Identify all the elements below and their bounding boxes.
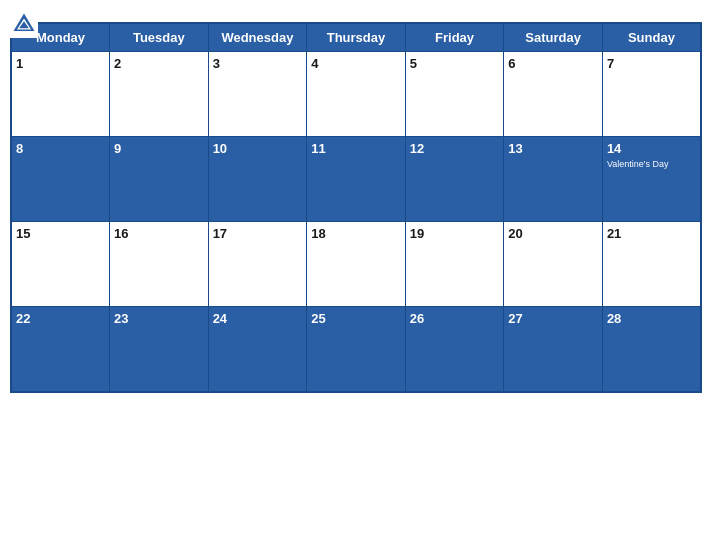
- date-number-5: 5: [410, 56, 417, 71]
- calendar-cell-27: 27: [504, 307, 603, 392]
- date-number-13: 13: [508, 141, 522, 156]
- week-row-3: 15161718192021: [11, 222, 701, 307]
- week-row-2: 891011121314Valentine's Day: [11, 137, 701, 222]
- calendar-cell-10: 10: [208, 137, 307, 222]
- calendar-cell-4: 4: [307, 52, 406, 137]
- calendar-cell-8: 8: [11, 137, 110, 222]
- calendar-cell-9: 9: [110, 137, 209, 222]
- date-number-7: 7: [607, 56, 614, 71]
- date-number-10: 10: [213, 141, 227, 156]
- logo-area: [10, 10, 41, 38]
- calendar-cell-25: 25: [307, 307, 406, 392]
- calendar-cell-19: 19: [405, 222, 504, 307]
- holiday-label-14: Valentine's Day: [607, 159, 696, 169]
- date-number-23: 23: [114, 311, 128, 326]
- date-number-18: 18: [311, 226, 325, 241]
- day-header-thursday: Thursday: [307, 23, 406, 52]
- calendar-cell-21: 21: [602, 222, 701, 307]
- calendar-cell-16: 16: [110, 222, 209, 307]
- date-number-16: 16: [114, 226, 128, 241]
- week-row-1: 1234567: [11, 52, 701, 137]
- calendar-cell-14: 14Valentine's Day: [602, 137, 701, 222]
- calendar-cell-24: 24: [208, 307, 307, 392]
- day-header-tuesday: Tuesday: [110, 23, 209, 52]
- date-number-22: 22: [16, 311, 30, 326]
- date-number-4: 4: [311, 56, 318, 71]
- calendar-cell-18: 18: [307, 222, 406, 307]
- calendar-cell-2: 2: [110, 52, 209, 137]
- date-number-25: 25: [311, 311, 325, 326]
- calendar-cell-1: 1: [11, 52, 110, 137]
- calendar-cell-3: 3: [208, 52, 307, 137]
- day-headers-row: MondayTuesdayWednesdayThursdayFridaySatu…: [11, 23, 701, 52]
- calendar-cell-26: 26: [405, 307, 504, 392]
- calendar-cell-5: 5: [405, 52, 504, 137]
- calendar-cell-15: 15: [11, 222, 110, 307]
- date-number-19: 19: [410, 226, 424, 241]
- date-number-3: 3: [213, 56, 220, 71]
- calendar-cell-13: 13: [504, 137, 603, 222]
- date-number-21: 21: [607, 226, 621, 241]
- date-number-1: 1: [16, 56, 23, 71]
- date-number-27: 27: [508, 311, 522, 326]
- calendar-cell-6: 6: [504, 52, 603, 137]
- calendar-cell-22: 22: [11, 307, 110, 392]
- week-row-4: 22232425262728: [11, 307, 701, 392]
- date-number-6: 6: [508, 56, 515, 71]
- calendar-cell-17: 17: [208, 222, 307, 307]
- calendar-cell-12: 12: [405, 137, 504, 222]
- date-number-17: 17: [213, 226, 227, 241]
- date-number-14: 14: [607, 141, 621, 156]
- date-number-11: 11: [311, 141, 325, 156]
- date-number-9: 9: [114, 141, 121, 156]
- calendar-cell-11: 11: [307, 137, 406, 222]
- day-header-wednesday: Wednesday: [208, 23, 307, 52]
- date-number-20: 20: [508, 226, 522, 241]
- calendar-body: 1234567891011121314Valentine's Day151617…: [11, 52, 701, 392]
- day-header-saturday: Saturday: [504, 23, 603, 52]
- calendar-cell-20: 20: [504, 222, 603, 307]
- date-number-12: 12: [410, 141, 424, 156]
- calendar-wrapper: MondayTuesdayWednesdayThursdayFridaySatu…: [0, 0, 712, 550]
- day-header-friday: Friday: [405, 23, 504, 52]
- date-number-8: 8: [16, 141, 23, 156]
- general-blue-logo-icon: [10, 10, 38, 38]
- date-number-24: 24: [213, 311, 227, 326]
- calendar-cell-23: 23: [110, 307, 209, 392]
- date-number-2: 2: [114, 56, 121, 71]
- calendar-cell-7: 7: [602, 52, 701, 137]
- day-header-sunday: Sunday: [602, 23, 701, 52]
- calendar-table: MondayTuesdayWednesdayThursdayFridaySatu…: [10, 22, 702, 393]
- date-number-26: 26: [410, 311, 424, 326]
- calendar-header: [10, 10, 702, 18]
- date-number-15: 15: [16, 226, 30, 241]
- calendar-cell-28: 28: [602, 307, 701, 392]
- date-number-28: 28: [607, 311, 621, 326]
